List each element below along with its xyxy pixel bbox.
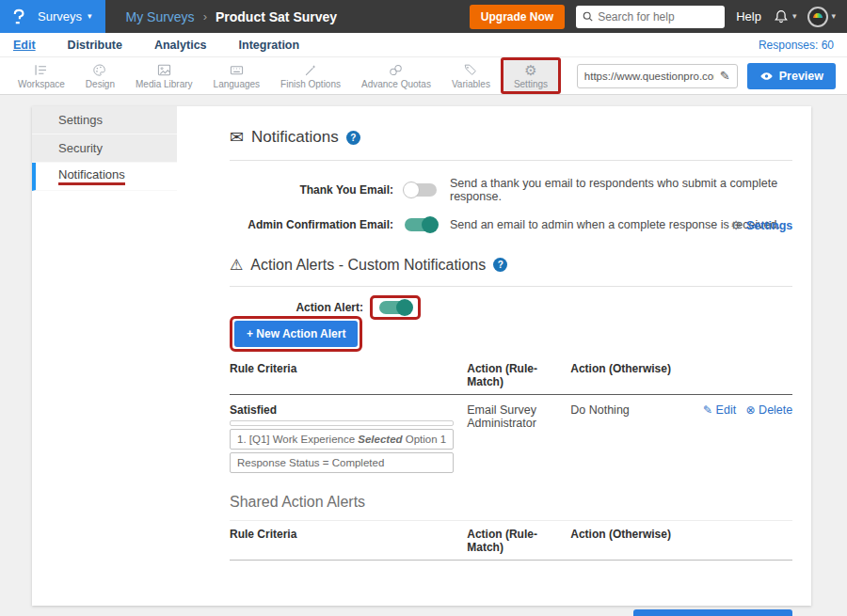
criteria-item-1: 1. [Q1] Work Experience Selected Option … <box>230 429 454 450</box>
gear-icon: ⚙ <box>730 218 742 232</box>
edit-toolbar: Workspace Design Media Library Languages… <box>0 56 847 95</box>
brand-block[interactable]: Surveys ▾ <box>0 0 105 33</box>
delete-alert-link[interactable]: ⊗ Delete <box>746 403 793 417</box>
annotation-box-new-action-alert: + New Action Alert <box>230 316 362 352</box>
survey-title: Product Sat Survey <box>216 9 337 24</box>
search-input[interactable] <box>598 10 711 24</box>
image-icon <box>156 63 172 77</box>
workspace-icon <box>33 63 49 77</box>
settings-panel: Settings Security Notifications ✉ Notifi… <box>32 106 811 606</box>
edit-url-pencil-icon[interactable]: ✎ <box>720 69 730 83</box>
toolbar-item-design[interactable]: Design <box>75 57 125 94</box>
sidebar-item-settings[interactable]: Settings <box>32 106 177 134</box>
admin-confirmation-label: Admin Confirmation Email: <box>230 218 393 231</box>
shared-alerts-title: Shared Action Alerts <box>230 494 792 511</box>
action-alert-label: Action Alert: <box>230 301 363 314</box>
breadcrumb-parent[interactable]: My Surveys <box>126 9 195 24</box>
annotation-box-action-alert <box>370 295 421 320</box>
chevron-down-icon: ▾ <box>88 12 92 21</box>
criteria-item-2: Response Status = Completed <box>230 452 454 473</box>
admin-confirmation-toggle[interactable] <box>405 218 437 231</box>
action-alerts-table-header: Rule Criteria Action (Rule-Match) Action… <box>230 355 792 395</box>
divider <box>230 160 792 161</box>
toolbar-item-languages[interactable]: Languages <box>203 57 271 94</box>
upgrade-now-button[interactable]: Upgrade Now <box>470 5 565 29</box>
toolbar-item-variables[interactable]: Variables <box>441 57 501 94</box>
toolbar-item-advance-quotas[interactable]: Advance Quotas <box>351 57 441 94</box>
criteria-strip <box>230 420 454 426</box>
col-rule-match: Action (Rule-Match) <box>467 362 570 388</box>
thank-you-email-row: Thank You Email: Send a thank you email … <box>230 177 792 203</box>
toolbar-item-settings[interactable]: ⚙ Settings <box>503 60 558 91</box>
otherwise-value: Do Nothing <box>570 403 672 473</box>
responses-count[interactable]: Responses: 60 <box>759 39 834 52</box>
action-alert-toggle[interactable] <box>379 301 411 314</box>
help-search[interactable] <box>576 6 725 28</box>
notifications-content: ✉ Notifications ? Thank You Email: Send … <box>177 106 815 606</box>
survey-url-field[interactable]: ✎ <box>577 64 738 88</box>
product-switcher[interactable]: Surveys ▾ <box>38 9 92 24</box>
search-icon <box>582 10 594 23</box>
new-action-alert-button[interactable]: + New Action Alert <box>234 321 358 347</box>
warning-icon: ⚠ <box>230 256 243 274</box>
edit-pencil-icon: ✎ <box>703 403 712 417</box>
thank-you-email-toggle[interactable] <box>405 183 437 197</box>
edit-alert-link[interactable]: ✎ Edit <box>703 403 736 417</box>
avatar <box>807 7 828 27</box>
breadcrumb-separator-icon: › <box>203 9 207 24</box>
top-bar: Surveys ▾ My Surveys › Product Sat Surve… <box>0 0 847 33</box>
breadcrumb: My Surveys › Product Sat Survey <box>126 9 338 24</box>
thank-you-email-label: Thank You Email: <box>230 183 393 197</box>
help-link[interactable]: Help <box>736 9 761 24</box>
rule-status: Satisfied <box>230 403 454 417</box>
chevron-down-icon: ▾ <box>792 12 797 21</box>
keyboard-icon <box>229 63 245 77</box>
page-background: Settings Security Notifications ✉ Notifi… <box>0 95 847 616</box>
help-icon[interactable]: ? <box>493 258 507 272</box>
envelope-icon: ✉ <box>230 127 244 148</box>
divider <box>230 286 792 287</box>
notifications-bell-menu[interactable]: ▾ <box>773 8 797 25</box>
chevron-down-icon: ▾ <box>831 12 836 21</box>
tab-distribute[interactable]: Distribute <box>68 39 122 52</box>
notification-groups-header: Notification Groups ? + New Notification… <box>230 609 792 616</box>
product-label: Surveys <box>38 9 82 24</box>
col-rule-criteria: Rule Criteria <box>230 362 467 388</box>
sidebar-item-security[interactable]: Security <box>32 134 177 163</box>
preview-button[interactable]: Preview <box>747 63 836 89</box>
bell-icon <box>773 8 790 25</box>
account-menu[interactable]: ▾ <box>807 7 836 27</box>
tab-analytics[interactable]: Analytics <box>154 39 207 52</box>
questionpro-logo-icon <box>9 7 28 27</box>
col-otherwise: Action (Otherwise) <box>570 362 672 388</box>
thank-you-email-description: Send a thank you email to respondents wh… <box>450 177 792 203</box>
chain-links-icon <box>388 63 404 77</box>
page-title: Notifications <box>251 128 339 147</box>
help-icon[interactable]: ? <box>346 131 360 145</box>
admin-email-settings-link[interactable]: ⚙ Settings <box>730 218 792 232</box>
toolbar-item-finish-options[interactable]: Finish Options <box>270 57 351 94</box>
annotation-box-settings: ⚙ Settings <box>501 57 561 94</box>
magic-wand-icon <box>303 63 318 77</box>
shared-alerts-table-header: Rule Criteria Action (Rule-Match) Action… <box>230 520 792 561</box>
new-notification-group-button[interactable]: + New Notification Group <box>633 609 793 616</box>
delete-circle-icon: ⊗ <box>746 403 756 417</box>
module-nav: Edit Distribute Analytics Integration Re… <box>0 33 847 56</box>
toolbar-item-media-library[interactable]: Media Library <box>125 57 203 94</box>
action-alerts-title: Action Alerts - Custom Notifications <box>250 257 486 274</box>
survey-url-input[interactable] <box>584 71 714 82</box>
gear-icon: ⚙ <box>524 63 536 77</box>
tab-integration[interactable]: Integration <box>239 39 300 52</box>
eye-icon <box>759 71 774 82</box>
tab-edit[interactable]: Edit <box>13 39 36 52</box>
action-alert-row: Satisfied 1. [Q1] Work Experience Select… <box>230 395 792 473</box>
admin-confirmation-row: Admin Confirmation Email: Send an email … <box>230 218 792 231</box>
settings-sidebar: Settings Security Notifications <box>32 106 177 606</box>
sidebar-item-notifications[interactable]: Notifications <box>32 163 177 191</box>
toolbar-item-workspace[interactable]: Workspace <box>8 57 75 94</box>
palette-icon <box>92 63 107 77</box>
tag-icon <box>463 63 478 77</box>
rule-match-value: Email Survey Administrator <box>467 403 570 473</box>
